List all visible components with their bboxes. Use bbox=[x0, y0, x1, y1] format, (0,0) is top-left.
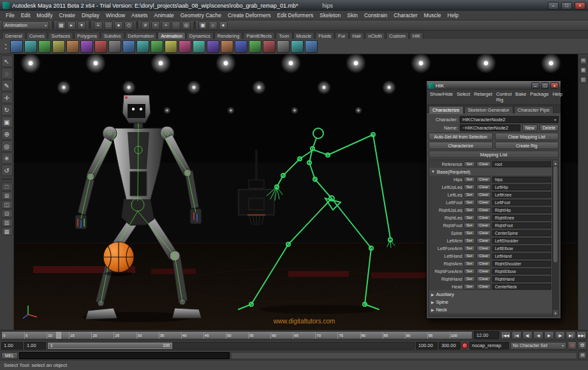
set-button[interactable]: Set bbox=[464, 230, 475, 236]
shelf-tab-rendering[interactable]: Rendering bbox=[214, 32, 243, 39]
group-separator[interactable] bbox=[193, 21, 196, 29]
auto-keyframe-button[interactable]: ⊙ bbox=[568, 341, 577, 350]
clear-button[interactable]: Clear bbox=[476, 261, 491, 267]
render-settings-icon[interactable]: ● bbox=[219, 21, 228, 30]
character-set-dropdown[interactable]: No Character Set ▾ bbox=[510, 342, 566, 350]
select-object-icon[interactable]: □ bbox=[104, 21, 113, 30]
shelf-icon-3[interactable] bbox=[38, 40, 51, 53]
character-dropdown[interactable]: HIKCharacterNode2 ▾ bbox=[460, 116, 559, 123]
snap-grid-icon[interactable]: # bbox=[141, 21, 150, 30]
hik-menu-select[interactable]: Select bbox=[457, 91, 470, 103]
shelf-tab-dynamics[interactable]: Dynamics bbox=[186, 32, 214, 39]
shelf-tab-custom[interactable]: Custom bbox=[386, 32, 409, 39]
highlight-selection-icon[interactable]: ◇ bbox=[124, 21, 133, 30]
shelf-tab-fluids[interactable]: Fluids bbox=[315, 32, 334, 39]
step-forward-key-button[interactable]: ▶| bbox=[566, 331, 576, 339]
hik-minimize-button[interactable]: – bbox=[531, 82, 540, 89]
hik-menu-package[interactable]: Package bbox=[530, 91, 548, 103]
range-slider[interactable]: 1 100 bbox=[47, 342, 415, 350]
step-back-frame-button[interactable]: ◀| bbox=[522, 331, 533, 339]
shelf-icon-15[interactable] bbox=[207, 40, 219, 53]
shelf-menu-icon[interactable]: ▾▾ bbox=[3, 40, 9, 53]
script-editor-icon[interactable]: ▤ bbox=[578, 352, 587, 359]
range-slider-handle[interactable]: 1 100 bbox=[48, 343, 172, 349]
shelf-tab-deformation[interactable]: Deformation bbox=[125, 32, 158, 39]
row-value-field[interactable]: CenterSpine bbox=[492, 230, 551, 236]
row-value-field[interactable]: hips bbox=[492, 177, 551, 182]
clear-button[interactable]: Clear bbox=[476, 177, 491, 182]
row-value-field[interactable]: LeftHand bbox=[492, 253, 551, 259]
row-value-field[interactable]: LeftKnee bbox=[492, 192, 551, 198]
shelf-icon-20[interactable] bbox=[277, 40, 290, 53]
select-hierarchy-icon[interactable]: ≡ bbox=[94, 21, 103, 30]
go-to-end-button[interactable]: ▶▶| bbox=[577, 331, 587, 339]
playback-end-field[interactable]: 100.00 bbox=[416, 342, 437, 350]
set-button[interactable]: Set bbox=[464, 284, 475, 290]
shelf-icon-10[interactable] bbox=[136, 40, 149, 53]
layout-two-pane-side[interactable]: ◫ bbox=[1, 200, 13, 209]
characterize-button[interactable]: Characterize bbox=[429, 142, 493, 149]
clear-button[interactable]: Clear bbox=[476, 200, 491, 205]
shelf-icon-17[interactable] bbox=[235, 40, 247, 53]
hik-tab-characterize[interactable]: Characterize bbox=[429, 106, 464, 114]
animation-preferences-button[interactable]: ⚙ bbox=[578, 341, 587, 350]
shelf-tab-curves[interactable]: Curves bbox=[26, 32, 48, 39]
menu-animate[interactable]: Animate bbox=[151, 12, 177, 18]
set-button[interactable]: Set bbox=[464, 246, 475, 251]
universal-manipulator-tool[interactable]: ⊕ bbox=[1, 128, 13, 140]
new-button[interactable]: New bbox=[522, 124, 538, 131]
row-value-field[interactable]: RightElbow bbox=[492, 269, 551, 274]
hik-menu-retarget[interactable]: Retarget bbox=[474, 91, 492, 103]
menu-display[interactable]: Display bbox=[78, 12, 103, 18]
hik-menu-show-hide[interactable]: Show/Hide bbox=[430, 91, 453, 103]
scroll-up-icon[interactable]: ▲ bbox=[553, 160, 558, 166]
shelf-icon-6[interactable] bbox=[80, 40, 93, 53]
layout-single-pane[interactable]: □ bbox=[1, 182, 13, 191]
time-slider[interactable]: 0510152025303540455055606570758085909510… bbox=[1, 331, 473, 339]
clear-button[interactable]: Clear bbox=[476, 246, 491, 251]
clear-mapping-button[interactable]: Clear Mapping List bbox=[495, 133, 559, 140]
step-back-key-button[interactable]: |◀ bbox=[511, 331, 522, 339]
record-button[interactable] bbox=[462, 343, 468, 349]
scrollbar-track[interactable] bbox=[553, 263, 558, 310]
clear-button[interactable]: Clear bbox=[476, 215, 491, 221]
snap-surface-icon[interactable]: ◎ bbox=[182, 21, 191, 30]
set-button[interactable]: Set bbox=[464, 215, 475, 221]
layer-editor-icon[interactable]: ▦ bbox=[580, 66, 587, 74]
move-tool[interactable]: ✛ bbox=[1, 92, 13, 103]
row-value-field[interactable]: LeftFoot bbox=[492, 200, 551, 205]
set-button[interactable]: Set bbox=[464, 269, 475, 274]
shelf-tab-hik[interactable]: HIK bbox=[409, 32, 424, 39]
scale-tool[interactable]: ▣ bbox=[1, 116, 13, 128]
layout-hypershade[interactable]: ▦ bbox=[1, 227, 13, 235]
command-input[interactable] bbox=[19, 352, 230, 359]
clear-button[interactable]: Clear bbox=[476, 161, 491, 167]
last-tool[interactable]: ↺ bbox=[1, 165, 13, 176]
hik-menu-bake[interactable]: Bake bbox=[515, 91, 526, 103]
save-scene-icon[interactable]: ▾ bbox=[77, 21, 86, 30]
hik-menu-help[interactable]: Help bbox=[552, 91, 562, 103]
hik-scrollbar[interactable]: ▲ ▼ bbox=[552, 160, 558, 316]
clear-button[interactable]: Clear bbox=[476, 207, 491, 213]
window-titlebar[interactable]: Autodesk Maya 2011 Beta 2 x64 - Trial Ve… bbox=[0, 0, 588, 11]
group-separator[interactable] bbox=[52, 21, 54, 29]
scroll-down-icon[interactable]: ▼ bbox=[553, 310, 558, 316]
group-separator[interactable] bbox=[136, 21, 138, 29]
set-button[interactable]: Set bbox=[464, 207, 475, 213]
menu-create[interactable]: Create bbox=[55, 12, 78, 18]
shelf-tab-fur[interactable]: Fur bbox=[335, 32, 348, 39]
set-button[interactable]: Set bbox=[464, 276, 475, 282]
current-time-field[interactable]: 12.00 bbox=[474, 331, 499, 339]
snap-point-icon[interactable]: + bbox=[161, 21, 170, 30]
shelf-tab-animation[interactable]: Animation bbox=[158, 32, 185, 39]
shelf-icon-22[interactable] bbox=[305, 40, 318, 53]
new-scene-icon[interactable]: ▦ bbox=[57, 21, 66, 30]
menu-character[interactable]: Character bbox=[390, 12, 420, 18]
section-auxiliary[interactable]: ▶Auxiliary bbox=[429, 290, 552, 298]
menu-geometry-cache[interactable]: Geometry Cache bbox=[177, 12, 224, 18]
shelf-tab-surfaces[interactable]: Surfaces bbox=[48, 32, 73, 39]
create-rig-button[interactable]: Create Rig bbox=[495, 142, 559, 149]
snap-curve-icon[interactable]: ≈ bbox=[151, 21, 160, 30]
maximize-button[interactable]: □ bbox=[561, 2, 572, 10]
rotate-tool[interactable]: ↻ bbox=[1, 104, 13, 115]
